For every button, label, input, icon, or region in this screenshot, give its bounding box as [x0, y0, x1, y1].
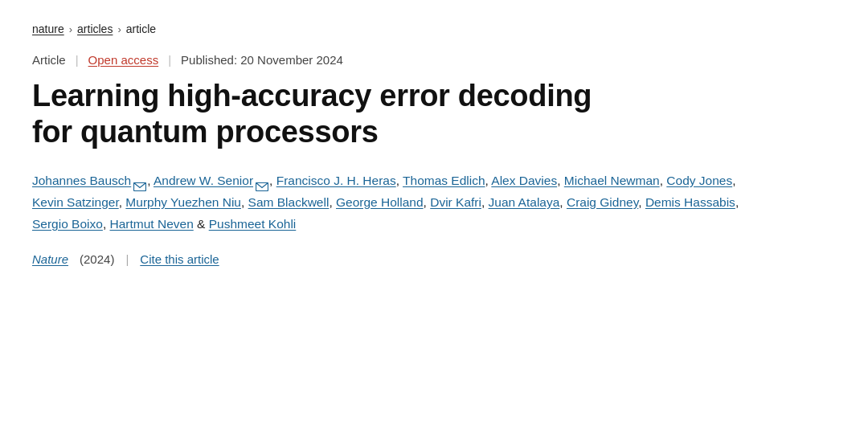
breadcrumb-nature[interactable]: nature — [32, 23, 64, 35]
author-thomas-edlich[interactable]: Thomas Edlich — [403, 174, 485, 187]
author-michael-newman[interactable]: Michael Newman — [564, 174, 660, 187]
author-dvir-kafri[interactable]: Dvir Kafri — [430, 195, 481, 209]
journal-link[interactable]: Nature — [32, 252, 68, 266]
author-francisco-heras[interactable]: Francisco J. H. Heras — [276, 174, 396, 187]
authors-section: Johannes Bausch, Andrew W. Senior, Franc… — [32, 170, 755, 235]
author-sam-blackwell[interactable]: Sam Blackwell — [248, 195, 330, 209]
author-hartmut-neven[interactable]: Hartmut Neven — [110, 217, 194, 231]
author-juan-atalaya[interactable]: Juan Atalaya — [489, 195, 560, 209]
meta-separator-2: | — [168, 53, 171, 67]
breadcrumb-separator-2: › — [117, 23, 121, 35]
author-murphy-niu[interactable]: Murphy Yuezhen Niu — [125, 195, 241, 209]
email-icon-2 — [256, 176, 268, 185]
breadcrumb: nature › articles › article — [32, 23, 836, 35]
author-andrew-senior[interactable]: Andrew W. Senior — [154, 174, 253, 187]
bottom-separator: | — [125, 252, 129, 266]
article-meta: Article | Open access | Published: 20 No… — [32, 53, 836, 67]
author-pushmeet-kohli[interactable]: Pushmeet Kohli — [209, 217, 297, 231]
open-access-link[interactable]: Open access — [88, 53, 159, 67]
email-icon-1 — [133, 176, 146, 185]
year-text: (2024) — [80, 252, 114, 266]
author-kevin-satzinger[interactable]: Kevin Satzinger — [32, 195, 119, 209]
article-title: Learning high-accuracy error decoding fo… — [32, 78, 611, 150]
cite-this-article-link[interactable]: Cite this article — [140, 252, 219, 266]
breadcrumb-articles[interactable]: articles — [77, 23, 113, 35]
author-alex-davies[interactable]: Alex Davies — [491, 174, 557, 187]
author-george-holland[interactable]: George Holland — [336, 195, 424, 209]
breadcrumb-separator-1: › — [69, 23, 72, 35]
author-craig-gidney[interactable]: Craig Gidney — [567, 195, 638, 209]
author-sergio-boixo[interactable]: Sergio Boixo — [32, 217, 103, 231]
published-date: Published: 20 November 2024 — [181, 53, 343, 67]
author-cody-jones[interactable]: Cody Jones — [666, 174, 732, 187]
author-demis-hassabis[interactable]: Demis Hassabis — [645, 195, 735, 209]
meta-separator-1: | — [76, 53, 79, 67]
article-type: Article — [32, 53, 66, 67]
author-johannes-bausch[interactable]: Johannes Bausch — [32, 174, 131, 187]
bottom-line: Nature (2024) | Cite this article — [32, 252, 836, 266]
breadcrumb-current: article — [126, 23, 156, 35]
